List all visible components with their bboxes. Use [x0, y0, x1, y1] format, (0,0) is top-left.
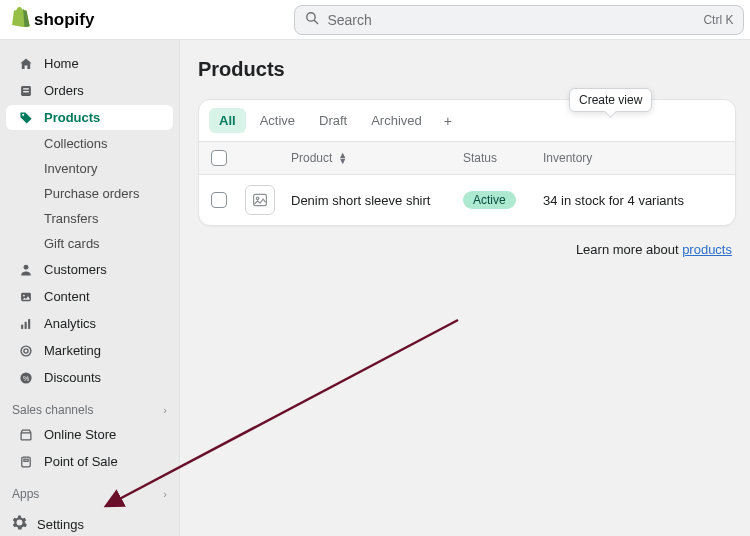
add-view-button[interactable]: +: [436, 109, 460, 133]
shopify-bag-icon: [12, 7, 30, 32]
page-title: Products: [198, 58, 736, 81]
pos-icon: [18, 455, 34, 469]
svg-point-7: [23, 294, 25, 296]
create-view-tooltip: Create view: [569, 88, 652, 112]
chevron-right-icon: ›: [163, 488, 167, 500]
svg-rect-6: [21, 292, 31, 300]
target-icon: [18, 344, 34, 358]
nav-collections[interactable]: Collections: [6, 132, 173, 155]
product-name-cell: Denim short sleeve shirt: [291, 193, 463, 208]
svg-line-1: [315, 20, 318, 23]
person-icon: [18, 263, 34, 277]
svg-point-12: [24, 348, 28, 352]
home-icon: [18, 57, 34, 71]
nav-online-store[interactable]: Online Store: [6, 422, 173, 447]
svg-rect-9: [25, 321, 27, 328]
col-header-product[interactable]: Product ▲▼: [291, 151, 463, 165]
section-apps[interactable]: Apps ›: [0, 475, 179, 505]
table-header: Product ▲▼ Status Inventory: [199, 142, 735, 175]
nav-gift-cards[interactable]: Gift cards: [6, 232, 173, 255]
svg-point-19: [256, 197, 258, 199]
nav-transfers[interactable]: Transfers: [6, 207, 173, 230]
sidebar: Home Orders Products Collections Invento…: [0, 40, 180, 536]
analytics-icon: [18, 317, 34, 331]
chevron-right-icon: ›: [163, 404, 167, 416]
nav-customers[interactable]: Customers: [6, 257, 173, 282]
learn-more-link[interactable]: products: [682, 242, 732, 257]
inventory-cell: 34 in stock for 4 variants: [543, 193, 723, 208]
tag-icon: [18, 111, 34, 125]
svg-rect-8: [21, 324, 23, 328]
nav-orders[interactable]: Orders: [6, 78, 173, 103]
col-header-inventory[interactable]: Inventory: [543, 151, 723, 165]
brand-name: shopify: [34, 10, 94, 30]
view-tabs: All Active Draft Archived +: [199, 100, 735, 142]
svg-rect-10: [28, 319, 30, 329]
nav-settings[interactable]: Settings: [0, 505, 179, 536]
nav-marketing[interactable]: Marketing: [6, 338, 173, 363]
nav-content[interactable]: Content: [6, 284, 173, 309]
section-sales-channels[interactable]: Sales channels ›: [0, 391, 179, 421]
nav-analytics[interactable]: Analytics: [6, 311, 173, 336]
brand-logo[interactable]: shopify: [12, 7, 94, 32]
svg-rect-4: [23, 91, 29, 92]
orders-icon: [18, 84, 34, 98]
product-thumbnail[interactable]: [245, 185, 275, 215]
nav-products[interactable]: Products: [6, 105, 173, 130]
nav-discounts[interactable]: % Discounts: [6, 365, 173, 390]
svg-point-5: [24, 264, 29, 269]
status-badge: Active: [463, 191, 516, 209]
nav-inventory[interactable]: Inventory: [6, 157, 173, 180]
col-header-status[interactable]: Status: [463, 151, 543, 165]
store-icon: [18, 428, 34, 442]
table-row[interactable]: Denim short sleeve shirt Active 34 in st…: [199, 175, 735, 225]
tab-all[interactable]: All: [209, 108, 246, 133]
search-shortcut: Ctrl K: [703, 13, 733, 27]
select-all-checkbox[interactable]: [211, 150, 227, 166]
image-icon: [252, 192, 268, 208]
sort-icon: ▲▼: [338, 152, 347, 164]
tab-archived[interactable]: Archived: [361, 108, 432, 133]
content-icon: [18, 290, 34, 304]
svg-rect-15: [21, 432, 31, 439]
svg-rect-3: [23, 88, 29, 89]
search-icon: [305, 11, 319, 28]
search-placeholder: Search: [327, 12, 371, 28]
global-search[interactable]: Search Ctrl K: [294, 5, 744, 35]
tab-active[interactable]: Active: [250, 108, 305, 133]
tab-draft[interactable]: Draft: [309, 108, 357, 133]
nav-purchase-orders[interactable]: Purchase orders: [6, 182, 173, 205]
gear-icon: [12, 515, 27, 533]
main-content: Products Create view All Active Draft Ar…: [180, 40, 750, 536]
learn-more: Learn more about products: [198, 242, 736, 257]
svg-rect-17: [24, 459, 28, 461]
svg-point-11: [21, 346, 31, 356]
products-card: Create view All Active Draft Archived + …: [198, 99, 736, 226]
nav-home[interactable]: Home: [6, 51, 173, 76]
nav-point-of-sale[interactable]: Point of Sale: [6, 449, 173, 474]
row-checkbox[interactable]: [211, 192, 227, 208]
plus-icon: +: [444, 113, 452, 129]
discount-icon: %: [18, 371, 34, 385]
svg-text:%: %: [23, 374, 29, 381]
svg-point-0: [307, 13, 315, 21]
